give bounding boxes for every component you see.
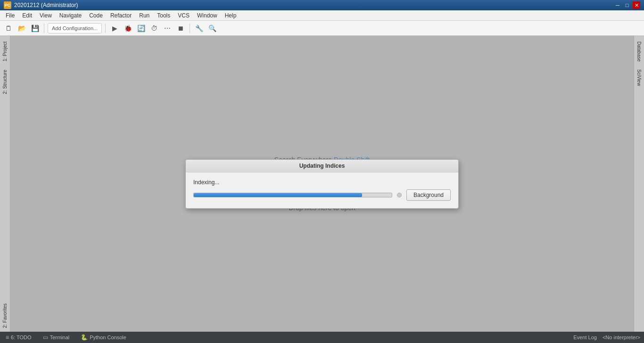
- menu-item-window[interactable]: Window: [193, 11, 221, 20]
- menu-item-run[interactable]: Run: [135, 11, 153, 20]
- dialog-title: Updating Indices: [186, 160, 458, 172]
- status-todo[interactable]: ≡ 6: TODO: [4, 334, 33, 341]
- maximize-button[interactable]: □: [623, 1, 631, 9]
- separator-2: [105, 24, 106, 33]
- separator-3: [190, 24, 190, 33]
- save-button[interactable]: 💾: [29, 23, 41, 34]
- menu-item-file[interactable]: File: [2, 11, 18, 20]
- status-terminal[interactable]: ▭ Terminal: [41, 334, 72, 341]
- background-button[interactable]: Background: [406, 189, 451, 201]
- debug-button[interactable]: 🐞: [122, 23, 133, 34]
- progress-bar-container: [193, 193, 392, 197]
- close-button[interactable]: ✕: [633, 1, 640, 9]
- menu-bar: FileEditViewNavigateCodeRefactorRunTools…: [0, 10, 644, 21]
- main-area: 1: Project 2: Structure 2: Favorites Sea…: [0, 36, 644, 332]
- python-icon: 🐍: [81, 334, 88, 341]
- status-bar: ≡ 6: TODO ▭ Terminal 🐍 Python Console Ev…: [0, 332, 644, 343]
- run-button[interactable]: ▶: [109, 23, 120, 34]
- sidebar-item-favorites[interactable]: 2: Favorites: [1, 300, 9, 332]
- profile-button[interactable]: ⏱: [149, 23, 160, 34]
- right-sidebar: Database SciView: [634, 36, 644, 332]
- separator-1: [44, 24, 44, 33]
- open-button[interactable]: 📂: [16, 23, 27, 34]
- toolbar: 🗒 📂 💾 Add Configuration... ▶ 🐞 🔄 ⏱ ⋯ ⏹ 🔧…: [0, 21, 644, 36]
- updating-indices-dialog: Updating Indices Indexing... Background: [185, 159, 459, 209]
- terminal-icon: ▭: [43, 334, 48, 341]
- more-run-button[interactable]: ⋯: [162, 23, 173, 34]
- python-console-label: Python Console: [90, 335, 126, 340]
- interpreter-status[interactable]: <No interpreter>: [603, 335, 640, 340]
- add-configuration-button[interactable]: Add Configuration...: [48, 23, 102, 33]
- menu-item-code[interactable]: Code: [85, 11, 107, 20]
- progress-bar: [194, 193, 362, 197]
- menu-item-edit[interactable]: Edit: [18, 11, 36, 20]
- menu-item-help[interactable]: Help: [221, 11, 240, 20]
- todo-label: 6: TODO: [11, 335, 32, 340]
- title-bar-left: PC 20201212 (Administrator): [4, 1, 78, 9]
- status-right: Event Log <No interpreter>: [573, 335, 640, 340]
- dialog-body: Indexing... Background: [186, 172, 458, 208]
- modal-overlay: Updating Indices Indexing... Background: [10, 36, 634, 332]
- sidebar-item-structure[interactable]: 2: Structure: [1, 66, 9, 98]
- menu-item-vcs[interactable]: VCS: [174, 11, 193, 20]
- dialog-progress-row: Background: [193, 189, 451, 201]
- window-controls: ─ □ ✕: [614, 1, 640, 9]
- menu-item-refactor[interactable]: Refactor: [107, 11, 135, 20]
- sidebar-item-project[interactable]: 1: Project: [1, 38, 9, 65]
- event-log-button[interactable]: Event Log: [573, 335, 597, 340]
- editor-area: Search Everywhere Double Shift Project V…: [10, 36, 634, 332]
- status-python-console[interactable]: 🐍 Python Console: [79, 334, 128, 341]
- todo-icon: ≡: [6, 334, 9, 341]
- left-sidebar: 1: Project 2: Structure 2: Favorites: [0, 36, 10, 332]
- menu-item-tools[interactable]: Tools: [153, 11, 174, 20]
- app-icon: PC: [4, 1, 11, 9]
- dialog-label: Indexing...: [193, 179, 451, 186]
- settings-button[interactable]: 🔧: [193, 23, 205, 34]
- menu-item-navigate[interactable]: Navigate: [56, 11, 85, 20]
- window-title: 20201212 (Administrator): [14, 2, 78, 8]
- progress-indicator: [397, 193, 402, 197]
- title-bar: PC 20201212 (Administrator) ─ □ ✕: [0, 0, 644, 10]
- menu-item-view[interactable]: View: [36, 11, 56, 20]
- new-project-button[interactable]: 🗒: [3, 23, 14, 34]
- sidebar-item-sciview[interactable]: SciView: [635, 65, 643, 90]
- minimize-button[interactable]: ─: [614, 1, 621, 9]
- search-button[interactable]: 🔍: [206, 23, 218, 34]
- sidebar-item-database[interactable]: Database: [635, 38, 643, 65]
- terminal-label: Terminal: [50, 335, 70, 340]
- stop-button[interactable]: ⏹: [175, 23, 186, 34]
- coverage-button[interactable]: 🔄: [135, 23, 147, 34]
